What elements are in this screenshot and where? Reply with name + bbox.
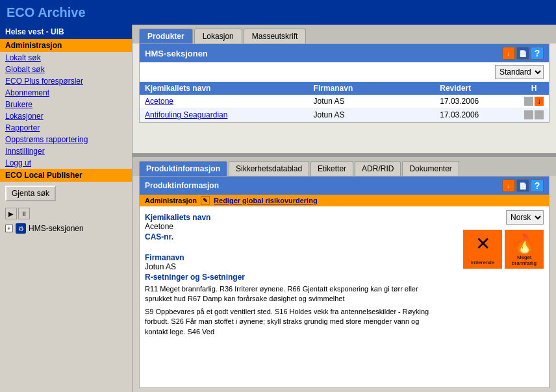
product-h-icons-0: ↓ [524,97,544,106]
standard-dropdown[interactable]: Standard [495,65,544,79]
tab-masseutskrift[interactable]: Masseutskrift [244,29,307,43]
tab-adr-rid[interactable]: ADR/RID [355,161,401,176]
sidebar-item-abonnement[interactable]: Abonnement [0,87,132,99]
hazard-icons-group: ✕ Irriterende 🔥 Meget brannfarlig [463,230,544,269]
tree-hms-label: HMS-seksjonen [29,224,84,233]
sidebar-item-brukere[interactable]: Brukere [0,99,132,110]
name-field-label: Kjemikaliets navn [145,213,440,222]
gjenta-sok-button[interactable]: Gjenta søk [5,186,56,201]
firm-field-label: Firmanavn [145,253,440,262]
tab-lokasjon[interactable]: Lokasjon [194,29,242,43]
product-h-icons-1 [524,110,544,119]
tree-item-hms[interactable]: + HMS-seksjonen [5,222,127,235]
hazard-symbol-1: 🔥 [513,233,536,254]
admin-label: Administrasjon [145,197,197,204]
s-text-content: S9 Oppbevares på et godt ventilert sted.… [145,307,440,337]
hazard-label-1: Meget brannfarlig [508,254,540,266]
name-field-value: Acetone [145,222,440,231]
hazard-label-0: Irriterende [466,260,499,265]
sidebar-item-logg-ut[interactable]: Logg ut [0,157,132,169]
product-info-right: Norsk ✕ Irriterende 🔥 Meget brannfarlig [445,206,549,387]
col-header-name: Kjemikaliets navn [145,84,314,93]
product-firm-1: Jotun AS [314,110,440,119]
hms-icon [16,223,26,234]
tree-area: ▶ ⏸ + HMS-seksjonen [0,205,132,238]
table-row: Antifouling Seaguardian Jotun AS 17.03.2… [140,108,549,122]
tab-produkter[interactable]: Produkter [139,29,193,43]
sidebar-item-lokalt-sok[interactable]: Lokalt søk [0,52,132,64]
product-firm-0: Jotun AS [314,97,440,106]
product-revised-1: 17.03.2006 [440,110,524,119]
table-header: Kjemikaliets navn Firmanavn Revidert H [140,82,549,95]
col-header-h: H [524,84,544,93]
tab-etiketter[interactable]: Etiketter [310,161,353,176]
sidebar-nav: Lokalt søk Globalt søk ECO Plus forespør… [0,52,132,169]
tab-dokumenter[interactable]: Dokumenter [402,161,459,176]
tree-controls: ▶ ⏸ [5,208,127,219]
top-panel-header: HMS-seksjonen ↓ 📄 ? [140,44,549,62]
product-name-0[interactable]: Acetone [145,97,314,106]
language-dropdown[interactable]: Norsk [506,210,544,225]
h-icon-1a[interactable] [524,110,533,119]
bottom-panel-icons: ↓ 📄 ? [502,179,544,192]
pdf-icon-btn[interactable]: 📄 [516,47,529,60]
top-panel-icon-group: ↓ 📄 ? [502,47,544,60]
rs-text-content: R11 Meget brannfarlig. R36 Irriterer øyn… [145,284,440,304]
col-header-firm: Firmanavn [314,84,440,93]
rs-field-label: R-setninger og S-setninger [145,273,440,282]
bottom-panel-content: Produktinformasjon ↓ 📄 ? Administrasjon … [139,176,550,388]
tree-pause-btn[interactable]: ⏸ [18,208,30,219]
sidebar-section-admin: Administrasjon [0,39,132,52]
sidebar-item-lokasjoner[interactable]: Lokasjoner [0,110,132,122]
edit-icon[interactable]: ✎ [201,196,210,205]
product-revised-0: 17.03.2006 [440,97,524,106]
bottom-download-btn[interactable]: ↓ [502,179,515,192]
help-icon-btn[interactable]: ? [531,47,544,60]
tab-produktinformasjon[interactable]: Produktinformasjon [139,161,227,176]
tree-expand-btn[interactable]: + [5,225,13,232]
edit-risikovurdering-link[interactable]: Rediger global risikovurdering [214,197,318,204]
product-info-area: Kjemikaliets navn Acetone CAS-nr. Firman… [140,206,549,387]
bottom-panel-header: Produktinformasjon ↓ 📄 ? [140,177,549,195]
top-panel-title: HMS-seksjonen [145,49,208,58]
sidebar-item-eco-plus[interactable]: ECO Plus forespørsler [0,75,132,87]
eco-local-publisher-label: ECO Local Publisher [0,169,132,182]
hazard-symbol-0: ✕ [475,233,490,254]
col-header-revised: Revidert [440,84,524,93]
sidebar-item-rapporter[interactable]: Rapporter [0,122,132,134]
table-row: Acetone Jotun AS 17.03.2006 ↓ [140,95,549,108]
h-icon-1b[interactable] [535,110,544,119]
bottom-panel-title: Produktinformasjon [145,181,219,190]
hazard-icon-brannfarlig[interactable]: 🔥 Meget brannfarlig [505,230,544,269]
bottom-pdf-btn[interactable]: 📄 [516,179,529,192]
download-icon-btn[interactable]: ↓ [502,47,515,60]
h-icon-0b[interactable]: ↓ [535,97,544,106]
cas-field-value [145,241,440,251]
top-panel-toolbar: Standard [140,62,549,82]
sidebar-item-oppstroms[interactable]: Oppstrøms rapportering [0,134,132,145]
product-info-left: Kjemikaliets navn Acetone CAS-nr. Firman… [140,206,445,387]
top-panel: Produkter Lokasjon Masseutskrift HMS-sek… [133,25,556,154]
sidebar: Helse vest - UIB Administrasjon Lokalt s… [0,25,133,392]
bottom-tab-bar: Produktinformasjon Sikkerhetsdatablad Et… [133,157,556,176]
h-icon-0a[interactable] [524,97,533,106]
product-name-1[interactable]: Antifouling Seaguardian [145,110,314,119]
app-header: ECO Archive [0,0,556,25]
tab-sikkerhetsdatablad[interactable]: Sikkerhetsdatablad [229,161,309,176]
sidebar-item-globalt-sok[interactable]: Globalt søk [0,64,132,75]
hazard-icon-irriterende[interactable]: ✕ Irriterende [463,230,502,269]
top-tab-bar: Produkter Lokasjon Masseutskrift [133,25,556,43]
top-panel-content: HMS-seksjonen ↓ 📄 ? Standard Kjemikaliet… [139,43,550,123]
tree-play-btn[interactable]: ▶ [5,208,17,219]
firm-field-value: Jotun AS [145,262,440,271]
cas-field-label: CAS-nr. [145,232,440,241]
bottom-help-btn[interactable]: ? [531,179,544,192]
sidebar-org-label: Helse vest - UIB [0,25,132,39]
admin-bar: Administrasjon ✎ Rediger global risikovu… [140,195,549,206]
bottom-panel: Produktinformasjon Sikkerhetsdatablad Et… [133,157,556,392]
app-title: ECO Archive [6,5,86,20]
main-content: Produkter Lokasjon Masseutskrift HMS-sek… [133,25,556,392]
sidebar-item-innstillinger[interactable]: Innstillinger [0,145,132,157]
